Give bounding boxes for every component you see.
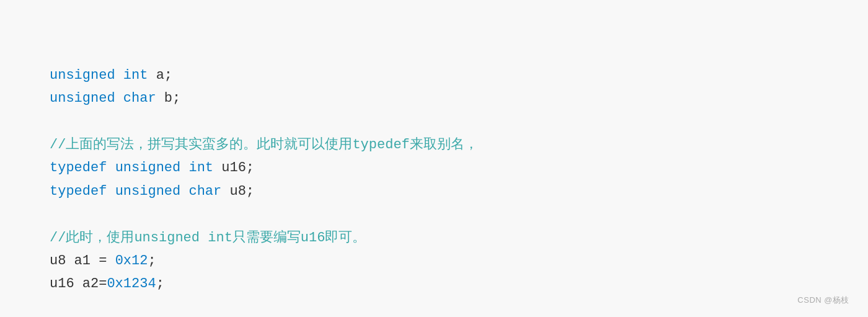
code-token — [180, 160, 188, 176]
code-token: u8; — [221, 184, 254, 199]
code-token: typedef — [50, 184, 107, 199]
code-token: u16 a2= — [50, 276, 107, 292]
code-token: typedef — [50, 160, 107, 176]
code-token: ; — [148, 253, 156, 269]
code-token: //此时，使用unsigned int只需要编写u16即可。 — [50, 230, 366, 246]
code-token: char — [188, 184, 221, 199]
code-token: u8 a1 = — [50, 253, 115, 269]
code-line: //上面的写法，拼写其实蛮多的。此时就可以使用typedef来取别名， — [50, 133, 837, 156]
code-line: u8 a1 = 0x12; — [50, 249, 837, 272]
code-token: b; — [156, 91, 181, 106]
code-token: u16; — [213, 160, 254, 176]
watermark: CSDN @杨枝 — [797, 295, 849, 306]
code-token: char — [123, 91, 156, 106]
code-token — [107, 160, 115, 176]
code-token: //上面的写法，拼写其实蛮多的。此时就可以使用typedef来取别名， — [50, 137, 478, 153]
code-token: unsigned — [115, 184, 181, 199]
code-token: unsigned — [50, 91, 123, 106]
code-line — [50, 110, 837, 133]
code-token: int — [123, 68, 148, 83]
code-container: unsigned int a;unsigned char b; //上面的写法，… — [0, 0, 868, 317]
code-token: ; — [156, 276, 164, 292]
code-line: u16 a2=0x1234; — [50, 272, 837, 295]
code-token: a; — [148, 68, 172, 83]
code-block: unsigned int a;unsigned char b; //上面的写法，… — [50, 17, 837, 296]
code-line: typedef unsigned int u16; — [50, 156, 837, 179]
code-line: unsigned int a; — [50, 64, 837, 87]
code-line: unsigned char b; — [50, 87, 837, 110]
code-token: unsigned — [50, 68, 123, 83]
code-token: unsigned — [115, 160, 181, 176]
code-token: 0x1234 — [107, 276, 156, 292]
code-line: typedef unsigned char u8; — [50, 180, 837, 203]
code-token — [107, 184, 115, 199]
code-token: int — [188, 160, 213, 176]
code-token — [180, 184, 188, 199]
code-line: //此时，使用unsigned int只需要编写u16即可。 — [50, 226, 837, 249]
code-line — [50, 203, 837, 226]
code-token: 0x12 — [115, 253, 148, 269]
